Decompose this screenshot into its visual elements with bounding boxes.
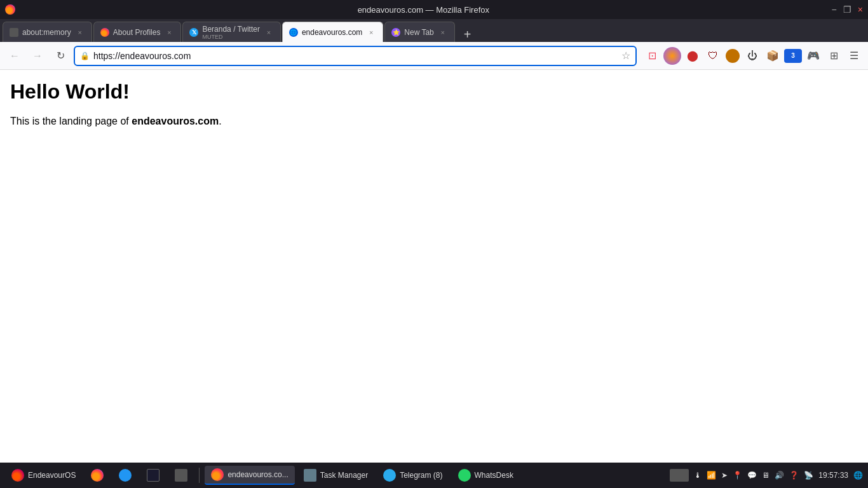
minimize-button[interactable]: − [832, 4, 837, 15]
taskbar-taskmanager-label: Task Manager [320, 471, 368, 480]
firefox-taskbar-icon [91, 469, 104, 482]
gaming-button[interactable]: 🎮 [804, 47, 822, 65]
pocket-button[interactable]: ⊡ [643, 47, 661, 65]
taskbar-telegram[interactable]: Telegram (8) [377, 466, 449, 485]
taskbar-files[interactable] [112, 466, 138, 485]
page-text-suffix: . [219, 116, 221, 126]
tab-memory[interactable]: about:memory × [3, 22, 92, 42]
twitter-tab-icon: 𝕏 [189, 28, 198, 37]
tab-newtab-close[interactable]: × [438, 27, 448, 37]
tab-twitter[interactable]: 𝕏 Beranda / Twitter MUTED × [182, 22, 281, 42]
close-button[interactable]: × [858, 4, 863, 15]
toolbar-extensions: ⊡ ⬤ 🛡 ⏻ 📦 3 🎮 ⊞ ☰ [643, 47, 863, 65]
power-button[interactable]: ⏻ [743, 47, 761, 65]
taskbar-separator [199, 468, 200, 483]
taskbar: EndeavourOS endeavouros.co... Task Manag… [0, 463, 868, 488]
lock-icon: 🔒 [80, 51, 90, 60]
titlebar-title: endeavouros.com — Mozilla Firefox [358, 5, 489, 15]
taskbar-telegram-label: Telegram (8) [400, 471, 442, 480]
back-button[interactable]: ← [5, 46, 24, 65]
titlebar-controls: − ❐ × [832, 4, 863, 15]
volume-icon: 🔊 [775, 471, 784, 480]
remote-icon: 🖥 [762, 471, 770, 480]
wifi-icon: 📶 [707, 471, 716, 480]
tab-endeavouros-title: endeavouros.com [302, 28, 362, 37]
tab-memory-title: about:memory [22, 28, 71, 37]
network-icon: 📡 [804, 471, 813, 480]
clock-display: 19:57:33 [818, 471, 848, 480]
taskbar-firefox-label: endeavouros.co... [227, 470, 288, 479]
restore-button[interactable]: ❐ [843, 4, 851, 15]
url-input[interactable] [93, 51, 618, 61]
taskbar-endeavouros[interactable]: EndeavourOS [5, 466, 82, 485]
globe-tab-icon: 🌐 [289, 28, 298, 37]
audio-levels-icon [175, 469, 187, 482]
page-text: This is the landing page of endeavouros.… [10, 114, 858, 129]
page-content: Hello World! This is the landing page of… [0, 70, 868, 463]
tab-twitter-content: Beranda / Twitter MUTED [202, 25, 260, 40]
grid-button[interactable]: ⊞ [825, 47, 843, 65]
taskbar-system-tray: 🌡 📶 ➤ 📍 💬 🖥 🔊 ❓ 📡 19:57:33 🌐 [670, 469, 863, 482]
taskbar-whatsapp-label: WhatsDesk [475, 471, 513, 480]
taskbar-terminal[interactable] [140, 466, 166, 485]
page-heading: Hello World! [10, 80, 858, 104]
globe-tray-icon: 🌐 [853, 471, 863, 480]
taskbar-running-firefox[interactable]: endeavouros.co... [205, 466, 294, 485]
titlebar: endeavouros.com — Mozilla Firefox − ❐ × [0, 0, 868, 19]
lastpass-button[interactable]: ⬤ [684, 47, 702, 65]
whatsapp-tray-icon: 💬 [747, 471, 757, 480]
firefox-logo-icon [5, 4, 15, 15]
tab-memory-close[interactable]: × [75, 27, 85, 37]
bookmark-star-icon[interactable]: ☆ [621, 50, 630, 62]
new-tab-button[interactable]: + [459, 27, 477, 42]
tab-endeavouros[interactable]: 🌐 endeavouros.com × [282, 22, 383, 42]
taskmanager-icon [304, 469, 316, 482]
taskbar-taskmanager[interactable]: Task Manager [297, 466, 374, 485]
bitwarden-button[interactable]: 3 [784, 49, 802, 63]
ublock-button[interactable]: 🛡 [704, 47, 722, 65]
tab-profiles-close[interactable]: × [164, 27, 174, 37]
menu-button[interactable]: ☰ [845, 47, 863, 65]
terminal-taskbar-icon [147, 469, 159, 482]
titlebar-left [5, 4, 15, 15]
taskbar-audio-levels[interactable] [168, 466, 194, 485]
extension-button[interactable] [726, 49, 740, 63]
tab-newtab[interactable]: ⭐ New Tab × [384, 22, 454, 42]
tab-endeavouros-close[interactable]: × [366, 27, 376, 37]
forward-button[interactable]: → [28, 46, 47, 65]
container-button[interactable]: 📦 [764, 47, 782, 65]
taskbar-endeavouros-label: EndeavourOS [28, 471, 76, 480]
whatsapp-taskbar-icon [458, 469, 471, 482]
temperature-icon: 🌡 [694, 471, 702, 480]
taskbar-whatsapp[interactable]: WhatsDesk [452, 466, 520, 485]
location-icon: 📍 [733, 471, 742, 480]
tab-profiles-title: About Profiles [113, 28, 161, 37]
battery-indicator [670, 469, 689, 482]
reload-button[interactable]: ↻ [51, 46, 70, 65]
tab-twitter-muted: MUTED [202, 34, 260, 40]
toolbar: ← → ↻ 🔒 ☆ ⊡ ⬤ 🛡 ⏻ 📦 3 🎮 ⊞ ☰ [0, 42, 868, 70]
tab-twitter-title: Beranda / Twitter [202, 25, 260, 34]
send-icon: ➤ [721, 471, 728, 480]
help-icon: ❓ [789, 471, 799, 480]
files-taskbar-icon [119, 469, 132, 482]
firefox-account-button[interactable] [663, 47, 681, 65]
memory-icon [10, 28, 18, 37]
running-firefox-icon [211, 468, 224, 481]
taskbar-firefox[interactable] [85, 466, 110, 485]
telegram-taskbar-icon [383, 469, 396, 482]
endeavouros-taskbar-icon [11, 469, 24, 482]
page-text-prefix: This is the landing page of [10, 116, 132, 126]
tab-twitter-close[interactable]: × [264, 27, 274, 37]
tabbar: about:memory × About Profiles × 𝕏 Berand… [0, 19, 868, 42]
urlbar[interactable]: 🔒 ☆ [74, 46, 637, 66]
newtab-tab-icon: ⭐ [391, 28, 400, 37]
firefox-tab-icon [100, 28, 109, 37]
tab-profiles[interactable]: About Profiles × [93, 22, 182, 42]
tab-newtab-title: New Tab [404, 28, 433, 37]
page-text-bold: endeavouros.com [132, 116, 219, 126]
